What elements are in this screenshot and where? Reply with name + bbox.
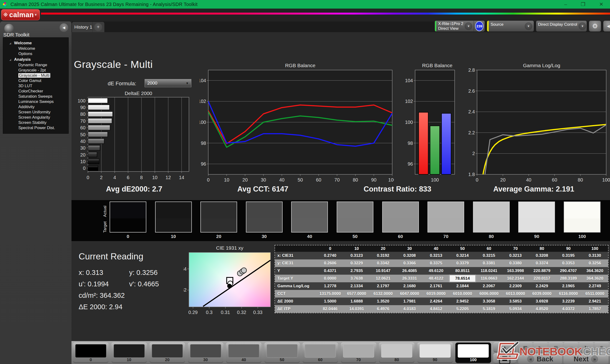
- play-button[interactable]: ▶: [533, 342, 548, 353]
- pattern-patch-button-80[interactable]: 80: [379, 343, 415, 363]
- chevron-down-icon[interactable]: ▼: [579, 22, 586, 30]
- reading-row: u': 0.1994v': 0.4665: [79, 278, 159, 290]
- sidebar-item-saturation-sweeps[interactable]: Saturation Sweeps: [3, 94, 68, 99]
- svg-text:50: 50: [298, 177, 303, 182]
- source-dropdown[interactable]: Source ▼: [487, 21, 534, 32]
- svg-text:104: 104: [200, 78, 206, 83]
- sidebar-item-welcome[interactable]: Welcome: [3, 46, 68, 51]
- sidebar-item-additivity[interactable]: Additivity: [3, 104, 68, 110]
- swatch-level-label: 90: [518, 234, 555, 239]
- table-cell: 364.3620: [582, 267, 608, 275]
- logo-dropdown-icon[interactable]: ▼: [34, 12, 38, 18]
- sidebar-group-analysis[interactable]: ◢Analysis: [3, 56, 68, 62]
- sidebar-item-options[interactable]: Options: [3, 51, 68, 56]
- record-button[interactable]: ◉: [594, 342, 609, 353]
- table-cell: 6047.0000: [396, 290, 423, 298]
- table-cell: 1.7857: [582, 305, 608, 313]
- target-swatch: [383, 219, 418, 232]
- svg-text:50: 50: [80, 132, 86, 137]
- svg-text:0: 0: [476, 177, 478, 182]
- sidebar-item-color-gamut[interactable]: Color Gamut: [3, 78, 68, 83]
- refresh-button[interactable]: ↻: [579, 342, 594, 353]
- pattern-patch-button-50[interactable]: 50: [264, 343, 300, 363]
- add-tab-button[interactable]: +: [94, 23, 102, 31]
- sidebar-item-luminance-sweeps[interactable]: Luminance Sweeps: [3, 99, 68, 104]
- svg-text:70: 70: [334, 177, 339, 182]
- sidebar-item-colorchecker[interactable]: ColorChecker: [3, 89, 68, 94]
- calman-menu-button[interactable]: calman ▼: [1, 9, 40, 20]
- close-button[interactable]: ✕: [599, 1, 603, 7]
- svg-text:2.2: 2.2: [468, 130, 475, 135]
- sidebar-item-grayscale-multi[interactable]: Grayscale - Multi: [3, 73, 68, 78]
- table-col-header-50: 50: [449, 245, 476, 252]
- settings-gear-button[interactable]: ⚙: [589, 21, 601, 32]
- pattern-patch-button-70[interactable]: 70: [341, 343, 376, 363]
- back-button[interactable]: « Back: [518, 354, 562, 364]
- svg-text:104: 104: [405, 78, 413, 83]
- pattern-patch-button-30[interactable]: 30: [188, 343, 223, 363]
- svg-text:70: 70: [80, 118, 86, 124]
- table-row-label-y: Y: [275, 267, 317, 275]
- swatch-level-label: 20: [200, 234, 237, 239]
- table-cell: 6116.0000: [555, 290, 582, 298]
- minimize-button[interactable]: –: [564, 1, 567, 7]
- display-control-dropdown[interactable]: Direct Display Control ▼: [536, 21, 587, 32]
- svg-text:0.33: 0.33: [253, 310, 262, 315]
- sidebar-item-screen-angularity[interactable]: Screen Angularity: [3, 115, 68, 120]
- svg-text:100: 100: [405, 120, 413, 125]
- panel-collapse-button[interactable]: ◀: [603, 21, 610, 32]
- svg-text:0: 0: [87, 175, 89, 180]
- table-col-header-30: 30: [396, 245, 423, 252]
- sidebar-item-grayscale-2pt[interactable]: Grayscale - 2pt: [3, 68, 68, 73]
- rgb-balance-line-chart: RGB Balance96981001021040102030405060708…: [200, 62, 394, 183]
- pattern-patch-button-0[interactable]: 0: [73, 343, 109, 363]
- chevron-down-icon[interactable]: ▼: [525, 22, 532, 30]
- sidebar-item-screen-uniformity[interactable]: Screen Uniformity: [3, 110, 68, 115]
- sidebar-item-dynamic-range[interactable]: Dynamic Range: [3, 62, 68, 68]
- svg-text:12: 12: [166, 175, 171, 180]
- sidebar-collapse-button[interactable]: ◀: [60, 23, 68, 32]
- pattern-patch-button-90[interactable]: 90: [417, 343, 453, 363]
- reading-value: u': 0.1994: [79, 280, 129, 288]
- meter-dropdown[interactable]: X-Rite i1Pro 2 Direct View ▼ 239: [435, 21, 485, 32]
- sidebar-group-welcome[interactable]: ◢Welcome: [3, 40, 68, 46]
- sidebar-item-3d-lut[interactable]: 3D LUT: [3, 83, 68, 89]
- de-formula-label: dE Formula:: [108, 80, 136, 87]
- svg-text:4: 4: [113, 175, 116, 180]
- tab-history-1[interactable]: History 1 +: [72, 22, 104, 32]
- patch-color-chip: [75, 344, 106, 358]
- chevron-down-icon[interactable]: ▼: [465, 22, 472, 30]
- next-button[interactable]: Next »: [563, 354, 609, 364]
- loop-button[interactable]: ∞: [564, 342, 578, 353]
- sidebar-item-screen-stability[interactable]: Screen Stability: [3, 120, 68, 125]
- sidebar-item-spectral-power-dist[interactable]: Spectral Power Dist.: [3, 125, 68, 130]
- grayscale-swatch-10: [155, 202, 192, 233]
- table-cell: 0.3342: [370, 260, 396, 267]
- patch-label: 40: [226, 358, 262, 362]
- patch-label: 0: [73, 358, 109, 362]
- pattern-grid-button[interactable]: ▦: [518, 342, 532, 353]
- pattern-patch-button-10[interactable]: 10: [111, 343, 147, 363]
- pattern-patch-button-60[interactable]: 60: [302, 343, 338, 363]
- maximize-button[interactable]: ❒: [581, 1, 585, 7]
- pattern-patch-button-100[interactable]: 100: [455, 343, 491, 363]
- target-swatch: [428, 219, 464, 232]
- table-cell: 2.9452: [449, 298, 476, 305]
- actual-swatch: [428, 202, 464, 219]
- pattern-patch-button-20[interactable]: 20: [149, 343, 185, 363]
- table-cell: 12.0621: [370, 275, 396, 282]
- svg-text:100: 100: [431, 177, 439, 182]
- table-cell: 0.3379: [449, 260, 476, 267]
- back-chevrons-icon: «: [527, 355, 534, 363]
- svg-text:Gamma Log/Log: Gamma Log/Log: [523, 63, 560, 68]
- collapse-left-icon: ◀: [607, 24, 610, 28]
- table-cell: 3.3058: [476, 298, 502, 305]
- svg-text:98: 98: [408, 141, 413, 146]
- pattern-up-button[interactable]: ▲: [493, 342, 516, 352]
- grayscale-swatch-80: [473, 202, 510, 233]
- de-formula-select[interactable]: 2000 ▼: [145, 79, 191, 87]
- insert-button[interactable]: ⊞: [548, 342, 563, 353]
- pattern-patch-button-40[interactable]: 40: [226, 343, 262, 363]
- pattern-stop-button[interactable]: [493, 353, 516, 364]
- svg-text:30: 30: [80, 145, 86, 151]
